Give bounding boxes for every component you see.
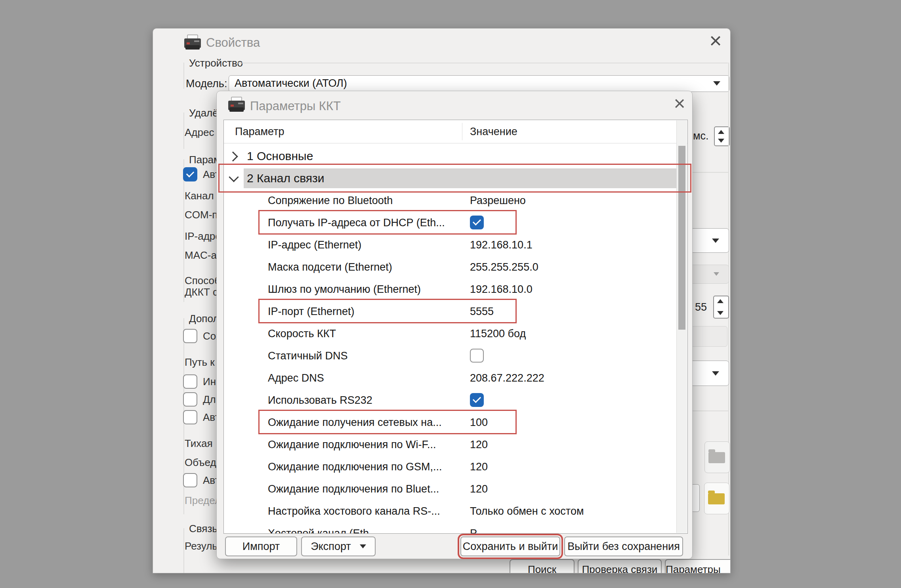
save-and-exit-button[interactable]: Сохранить и выйти (460, 536, 560, 556)
checkbox[interactable] (183, 410, 197, 424)
background-field-label: Дл (183, 392, 216, 407)
param-name: Сопряжение по Bluetooth (268, 189, 393, 212)
close-icon[interactable]: × (668, 92, 691, 114)
port-spinner[interactable] (713, 296, 729, 319)
table-row[interactable]: Статичный DNS (224, 345, 677, 367)
exit-without-saving-button[interactable]: Выйти без сохранения (564, 536, 683, 556)
table-row[interactable]: Адрес DNS 208.67.222.222 (224, 367, 677, 389)
groupbox-border (183, 63, 184, 89)
export-button[interactable]: Экспорт (301, 536, 376, 556)
printer-icon (227, 97, 246, 113)
param-name: Скорость ККТ (268, 323, 336, 345)
button-label: Параметры ККТ (666, 563, 731, 573)
close-icon[interactable]: × (704, 29, 727, 52)
background-field-label: Инв (183, 374, 221, 389)
chevron-icon[interactable] (228, 151, 238, 161)
checkbox[interactable] (183, 374, 197, 389)
port-number-partial: 55 (695, 301, 707, 313)
table-row[interactable]: Сопряжение по Bluetooth Разрешено (224, 189, 677, 212)
background-field-label: Парам (189, 154, 221, 166)
param-value: Разрешено (470, 189, 526, 212)
chevron-down-icon (712, 239, 719, 243)
column-divider (462, 123, 462, 140)
table-row[interactable]: 1 Основные (224, 145, 677, 167)
label-text: Удалё (189, 107, 218, 119)
param-name: Использовать RS232 (268, 389, 372, 411)
table-row[interactable]: Получать IP-адреса от DHCP (Eth... (224, 212, 677, 234)
param-name: Маска подсети (Ethernet) (268, 256, 392, 278)
param-name: Статичный DNS (268, 345, 347, 367)
import-button[interactable]: Импорт (225, 536, 297, 556)
param-value: 5555 (470, 300, 494, 323)
button-label: Импорт (242, 540, 280, 553)
folder-open-icon (708, 493, 725, 504)
label-text: Предел (185, 494, 221, 506)
chevron-icon[interactable] (229, 172, 239, 182)
value-checkbox[interactable] (470, 393, 484, 407)
checkbox[interactable] (183, 392, 197, 407)
table-row[interactable]: 2 Канал связи (224, 167, 677, 189)
groupbox-border (183, 113, 184, 149)
background-field-label: Способ (185, 275, 220, 286)
table-row[interactable]: IP-адрес (Ethernet) 192.168.10.1 (224, 234, 677, 256)
param-value: Р... (470, 522, 484, 534)
background-field-label: Удалё (189, 107, 218, 119)
label-text: Путь к (185, 356, 215, 368)
checkbox[interactable] (183, 473, 197, 487)
background-field-label: Допол (189, 313, 219, 325)
value-checkbox[interactable] (470, 349, 484, 363)
param-value: 255.255.255.0 (470, 256, 538, 278)
label-text: Адрес (185, 126, 214, 138)
background-field-label: Связь (189, 523, 218, 535)
kkt-params-dialog: Параметры ККТ × Параметр Значение 1 Осно… (216, 91, 693, 559)
model-label: Модель: (186, 78, 227, 90)
dialog-title: Параметры ККТ (250, 99, 341, 113)
param-name: IP-порт (Ethernet) (268, 300, 354, 323)
param-value: Только обмен с хостом (470, 500, 584, 522)
table-row[interactable]: Ожидание подключения по Wi-F... 120 (224, 433, 677, 456)
label-text: Парам (189, 154, 221, 166)
column-header-value: Значение (470, 120, 517, 143)
table-row[interactable]: Шлюз по умолчанию (Ethernet) 192.168.10.… (224, 278, 677, 300)
param-value: 115200 бод (470, 323, 526, 345)
param-value: 192.168.10.1 (470, 234, 533, 256)
param-name: 2 Канал связи (247, 167, 325, 189)
checkbox[interactable] (183, 329, 197, 343)
vertical-scrollbar[interactable] (676, 120, 687, 533)
window-button[interactable]: Поиск (510, 559, 575, 573)
table-row[interactable]: Скорость ККТ 115200 бод (224, 323, 677, 345)
param-name: Хостовой канал (Eth... (268, 522, 378, 534)
param-name: Получать IP-адреса от DHCP (Eth... (268, 212, 445, 234)
background-field-label: Предел (185, 494, 221, 506)
label-text: Резуль (185, 540, 218, 552)
table-row[interactable]: Использовать RS232 (224, 389, 677, 411)
label-text: ДККТ с (185, 286, 218, 298)
browse-button-disabled (704, 441, 730, 473)
param-name: IP-адрес (Ethernet) (268, 234, 361, 256)
table-row[interactable]: Хостовой канал (Eth... Р... (224, 522, 677, 534)
background-field-label: COM-п (185, 209, 218, 221)
window-button[interactable]: Параметры ККТ (665, 559, 731, 573)
table-row[interactable]: Ожидание подключения по Bluet... 120 (224, 478, 677, 500)
printer-icon (183, 34, 202, 51)
table-row[interactable]: IP-порт (Ethernet) 5555 (224, 300, 677, 323)
window-title: Свойства (206, 36, 260, 50)
table-row[interactable]: Маска подсети (Ethernet) 255.255.255.0 (224, 256, 677, 278)
timeout-spinner[interactable] (714, 126, 730, 146)
label-text: Дл (203, 393, 216, 405)
value-checkbox[interactable] (470, 216, 484, 229)
param-value: 120 (470, 433, 488, 456)
model-select[interactable]: Автоматически (АТОЛ) (229, 75, 729, 92)
table-row[interactable]: Ожидание получения сетевых на... 100 (224, 411, 677, 433)
window-button[interactable]: Проверка связи (578, 559, 662, 573)
table-row[interactable]: Настройка хостового канала RS-... Только… (224, 500, 677, 522)
checkbox[interactable] (183, 167, 197, 181)
scrollbar-thumb[interactable] (678, 146, 685, 330)
param-name: Ожидание подключения по Bluet... (268, 478, 439, 500)
chevron-down-icon (712, 371, 719, 376)
table-row[interactable]: Ожидание подключения по GSM,... 120 (224, 456, 677, 478)
button-label: Поиск (528, 563, 556, 573)
table-rows: 1 Основные 2 Канал связи Сопряжение по B… (224, 143, 677, 534)
browse-button[interactable] (704, 483, 729, 514)
properties-window: Свойства × Устройство Модель: Автоматиче… (153, 28, 731, 573)
